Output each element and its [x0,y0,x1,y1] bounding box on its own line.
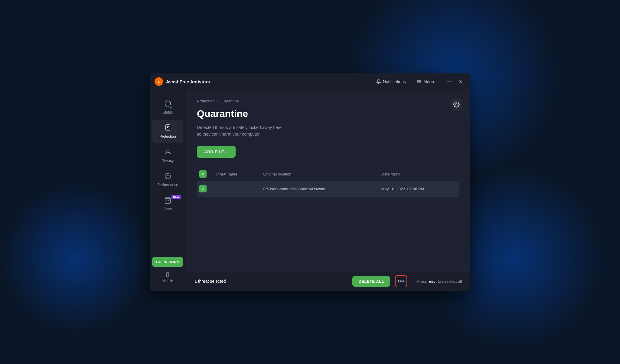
protection-icon [164,124,171,133]
sidebar-item-status[interactable]: Status [152,96,183,119]
window-controls: — ✕ [445,77,465,86]
deselect-hint: Press esc to deselect all [417,279,462,284]
breadcrumb-current: Quarantine [220,99,239,103]
privacy-icon [164,148,171,157]
status-icon [164,100,171,108]
svg-text:a: a [158,80,160,83]
title-bar: a Avast Free Antivirus Notifications Men… [150,73,470,90]
row-checkbox-cell [197,181,211,197]
sidebar-label-protection: Protection [159,134,176,139]
svg-point-14 [455,103,457,105]
menu-icon [417,79,422,84]
footer-bar: 1 threat selected DELETE ALL ••• Press e… [186,272,470,291]
mobile-label: Mobile [162,279,173,283]
svg-point-9 [167,150,169,153]
breadcrumb: Protection › Quarantine [197,99,459,103]
table-header: Threat name Original location Date found [197,167,459,181]
notifications-button[interactable]: Notifications [374,78,408,85]
col-select [197,167,211,181]
col-threat-name: Threat name [211,167,259,181]
col-date-found: Date found [378,167,459,181]
breadcrumb-parent[interactable]: Protection [197,99,215,103]
page-title: Quarantine [197,108,459,119]
breadcrumb-separator: › [217,99,218,103]
bell-icon [376,79,381,84]
quarantine-table: Threat name Original location Date found [197,167,459,197]
threat-count-label: 1 threat selected [194,279,226,284]
more-actions-button[interactable]: ••• [395,275,407,287]
settings-gear-button[interactable] [450,98,463,111]
delete-all-button[interactable]: DELETE ALL [352,276,390,287]
sidebar-label-privacy: Privacy [162,159,174,163]
sidebar-label-performance: Performance [157,183,178,187]
close-button[interactable]: ✕ [456,77,465,86]
row-original-location: C:\Users\Manuviraj Godara\Downlo... [259,181,377,197]
sidebar-item-store[interactable]: NEW Store [152,192,183,215]
col-original-location: Original location [259,167,377,181]
store-icon [164,197,171,205]
title-bar-controls: Notifications Menu — ✕ [374,77,465,86]
page-description: Detected threats are safely locked away … [197,124,459,138]
app-window: a Avast Free Antivirus Notifications Men… [150,73,470,291]
app-title: Avast Free Antivirus [166,79,374,84]
store-new-badge: NEW [171,195,181,199]
app-logo: a [155,77,163,86]
table-row[interactable]: C:\Users\Manuviraj Godara\Downlo... May … [197,181,459,197]
select-all-checkbox[interactable] [199,170,207,178]
row-threat-name [211,181,259,197]
row-date-found: May 10, 2023, 02:08 PM [378,181,459,197]
sidebar-item-privacy[interactable]: Privacy [152,144,183,167]
add-file-button[interactable]: ADD FILE... [197,146,236,158]
performance-icon [164,172,171,181]
go-premium-button[interactable]: GO PREMIUM [152,257,183,267]
sidebar-item-protection[interactable]: Protection [152,120,183,143]
sidebar-item-performance[interactable]: Performance [152,168,183,191]
gear-icon [453,101,460,108]
sidebar-label-status: Status [162,110,173,114]
mobile-icon [165,272,170,278]
app-body: Status Protection [150,90,470,291]
status-active-dot [169,106,172,109]
sidebar-item-mobile[interactable]: Mobile [160,269,175,286]
row-checkbox[interactable] [199,185,207,192]
minimize-button[interactable]: — [445,77,455,86]
sidebar-label-store: Store [163,207,172,211]
esc-key-hint: esc [429,279,436,284]
menu-button[interactable]: Menu [414,78,436,85]
main-content: Protection › Quarantine Quarantine Detec… [186,90,470,272]
sidebar: Status Protection [150,90,186,291]
